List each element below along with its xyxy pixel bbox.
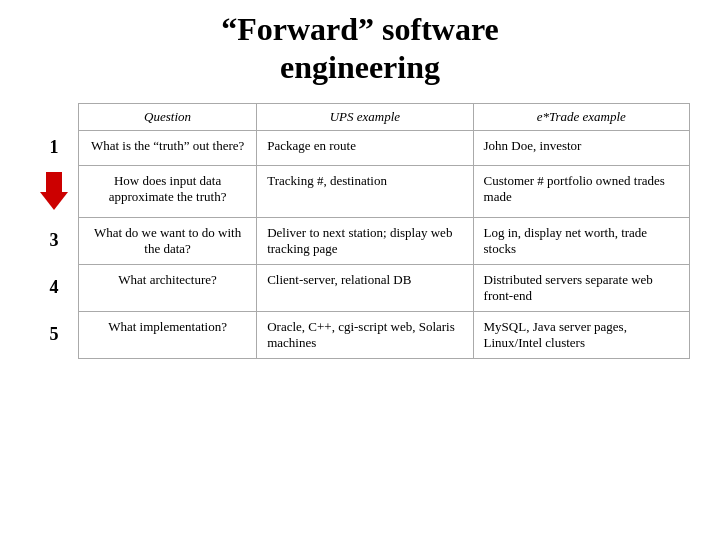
question-cell: What do we want to do with the data? [79,217,257,264]
etrade-cell: Log in, display net worth, trade stocks [473,217,689,264]
row-number-cell: 4 [30,264,79,311]
table-row: 1What is the “truth” out there?Package e… [30,130,690,165]
row-number: 4 [40,277,68,298]
header-etrade: e*Trade example [473,103,689,130]
question-cell: How does input data approximate the trut… [79,165,257,217]
question-cell: What is the “truth” out there? [79,130,257,165]
ups-cell: Deliver to next station; display web tra… [257,217,473,264]
row-number-cell [30,165,79,217]
etrade-cell: MySQL, Java server pages, Linux/Intel cl… [473,311,689,358]
table-row: 5What implementation?Oracle, C++, cgi-sc… [30,311,690,358]
page-title: “Forward” software engineering [221,10,499,87]
row-number: 1 [40,137,68,158]
row-number: 3 [40,230,68,251]
table-row: How does input data approximate the trut… [30,165,690,217]
ups-cell: Client-server, relational DB [257,264,473,311]
row-number: 5 [40,324,68,345]
table-row: 3What do we want to do with the data?Del… [30,217,690,264]
title-line1: “Forward” software [221,11,499,47]
header-question: Question [79,103,257,130]
etrade-cell: Distributed servers separate web front-e… [473,264,689,311]
question-cell: What implementation? [79,311,257,358]
etrade-cell: Customer # portfolio owned trades made [473,165,689,217]
row-number-cell: 5 [30,311,79,358]
title-line2: engineering [280,49,440,85]
page: “Forward” software engineering Question … [0,0,720,540]
etrade-cell: John Doe, investor [473,130,689,165]
table-row: 4What architecture?Client-server, relati… [30,264,690,311]
header-ups: UPS example [257,103,473,130]
table-wrapper: Question UPS example e*Trade example 1Wh… [30,103,690,530]
table-header-row: Question UPS example e*Trade example [30,103,690,130]
row-number-cell: 1 [30,130,79,165]
header-num [30,103,79,130]
ups-cell: Tracking #, destination [257,165,473,217]
row-number-cell: 3 [30,217,79,264]
question-cell: What architecture? [79,264,257,311]
ups-cell: Package en route [257,130,473,165]
ups-cell: Oracle, C++, cgi-script web, Solaris mac… [257,311,473,358]
main-table: Question UPS example e*Trade example 1Wh… [30,103,690,359]
